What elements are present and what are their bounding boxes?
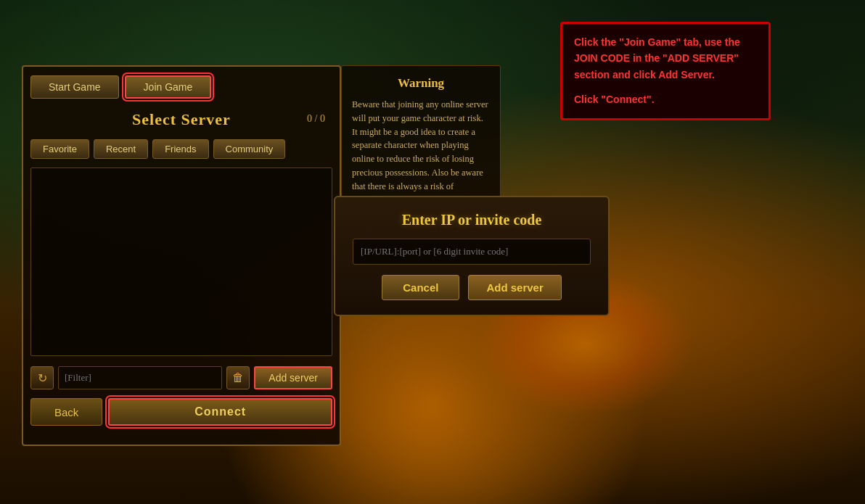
instruction-text: Click the "Join Game" tab, use the JOIN … bbox=[574, 34, 757, 108]
delete-button[interactable]: 🗑 bbox=[226, 366, 250, 389]
server-count: 0 / 0 bbox=[307, 113, 325, 125]
filter-input[interactable] bbox=[58, 366, 222, 389]
add-server-dialog-button[interactable]: Add server bbox=[468, 275, 561, 300]
filter-recent[interactable]: Recent bbox=[94, 139, 148, 159]
cancel-button[interactable]: Cancel bbox=[382, 275, 459, 300]
connect-button[interactable]: Connect bbox=[108, 398, 332, 426]
filter-friends[interactable]: Friends bbox=[152, 139, 208, 159]
server-list bbox=[30, 168, 332, 356]
bottom-controls: ↻ 🗑 Add server bbox=[23, 359, 340, 394]
top-tabs-row: Start Game Join Game bbox=[23, 67, 340, 104]
filter-community[interactable]: Community bbox=[213, 139, 286, 159]
filter-favorite[interactable]: Favorite bbox=[30, 139, 89, 159]
tab-join-game[interactable]: Join Game bbox=[125, 75, 212, 99]
delete-icon: 🗑 bbox=[232, 371, 244, 384]
ip-dialog-title: Enter IP or invite code bbox=[353, 212, 591, 228]
connect-row: Back Connect bbox=[23, 394, 340, 430]
refresh-button[interactable]: ↻ bbox=[30, 366, 54, 389]
warning-title: Warning bbox=[352, 76, 490, 91]
add-server-button[interactable]: Add server bbox=[254, 366, 332, 389]
back-button[interactable]: Back bbox=[30, 398, 102, 426]
panel-title-row: Select Server 0 / 0 bbox=[23, 104, 340, 133]
instruction-line1: Click the "Join Game" tab, use the JOIN … bbox=[574, 36, 740, 80]
ip-dialog: Enter IP or invite code Cancel Add serve… bbox=[334, 196, 610, 316]
instruction-box: Click the "Join Game" tab, use the JOIN … bbox=[560, 22, 771, 120]
ip-input[interactable] bbox=[353, 239, 591, 265]
panel-title: Select Server bbox=[132, 107, 231, 131]
instruction-line2: Click "Connect". bbox=[574, 91, 757, 107]
ip-dialog-buttons: Cancel Add server bbox=[353, 275, 591, 300]
refresh-icon: ↻ bbox=[38, 371, 47, 385]
main-panel: Start Game Join Game Select Server 0 / 0… bbox=[22, 65, 341, 446]
tab-start-game[interactable]: Start Game bbox=[30, 75, 119, 99]
filter-tabs: Favorite Recent Friends Community bbox=[23, 133, 340, 165]
